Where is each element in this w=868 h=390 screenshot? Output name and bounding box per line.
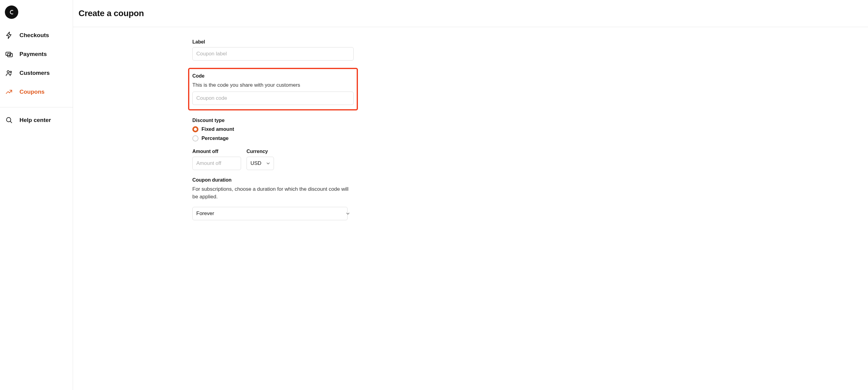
sidebar-item-checkouts[interactable]: Checkouts: [5, 31, 68, 39]
field-title: Label: [192, 39, 354, 45]
sidebar-item-label: Customers: [20, 70, 50, 76]
amount-off-input[interactable]: [192, 157, 241, 170]
users-icon: [5, 69, 13, 77]
field-help: This is the code you share with your cus…: [192, 81, 354, 89]
cash-icon: [5, 50, 13, 58]
sidebar-item-payments[interactable]: Payments: [5, 50, 68, 58]
sidebar-item-label: Checkouts: [20, 32, 49, 39]
duration-select[interactable]: Forever: [192, 207, 347, 220]
radio-indicator: [192, 126, 198, 132]
field-title: Discount type: [192, 118, 354, 123]
search-icon: [5, 116, 13, 124]
field-coupon-duration: Coupon duration For subscriptions, choos…: [192, 177, 354, 220]
radio-percentage[interactable]: Percentage: [192, 135, 354, 141]
radio-label: Fixed amount: [202, 126, 234, 132]
sidebar-item-help[interactable]: Help center: [5, 116, 68, 124]
label-input[interactable]: [192, 47, 354, 61]
svg-point-3: [7, 71, 9, 73]
sidebar-item-label: Payments: [20, 51, 47, 58]
currency-select[interactable]: USD: [247, 157, 274, 170]
nav: Checkouts Payments Customers Coupons: [0, 31, 73, 96]
currency-value: USD: [250, 160, 261, 166]
page-title: Create a coupon: [79, 8, 863, 18]
sidebar: Checkouts Payments Customers Coupons: [0, 0, 73, 390]
svg-point-2: [9, 55, 10, 56]
sidebar-item-label: Coupons: [20, 89, 44, 95]
page-header: Create a coupon: [73, 0, 868, 27]
main: Create a coupon Label Code This is the c…: [73, 0, 868, 390]
svg-rect-0: [6, 52, 11, 56]
form-area: Label Code This is the code you share wi…: [73, 27, 868, 238]
svg-rect-1: [8, 54, 12, 57]
code-input[interactable]: [192, 92, 354, 105]
field-code-highlight: Code This is the code you share with you…: [188, 68, 358, 110]
field-title: Currency: [247, 149, 274, 154]
field-title: Amount off: [192, 149, 241, 154]
radio-label: Percentage: [202, 135, 228, 141]
logo-icon: [5, 5, 18, 19]
field-currency: Currency USD: [247, 149, 274, 170]
field-label: Label: [192, 39, 354, 61]
sidebar-item-customers[interactable]: Customers: [5, 69, 68, 77]
trend-up-icon: [5, 88, 13, 96]
discount-type-radio-group: Fixed amount Percentage: [192, 126, 354, 141]
radio-indicator: [192, 135, 198, 141]
nav-secondary: Help center: [0, 116, 73, 124]
logo: [0, 0, 73, 31]
field-amount-off: Amount off: [192, 149, 241, 170]
field-help: For subscriptions, choose a duration for…: [192, 185, 351, 201]
sidebar-divider: [0, 107, 73, 107]
duration-value: Forever: [196, 210, 214, 216]
svg-point-4: [10, 71, 11, 73]
field-amount-currency: Amount off Currency USD: [192, 149, 354, 170]
sidebar-item-label: Help center: [20, 117, 51, 124]
sidebar-item-coupons[interactable]: Coupons: [5, 88, 68, 96]
field-discount-type: Discount type Fixed amount Percentage: [192, 118, 354, 141]
field-title: Code: [192, 73, 354, 79]
field-title: Coupon duration: [192, 177, 354, 183]
bolt-icon: [5, 31, 13, 39]
radio-fixed-amount[interactable]: Fixed amount: [192, 126, 354, 132]
